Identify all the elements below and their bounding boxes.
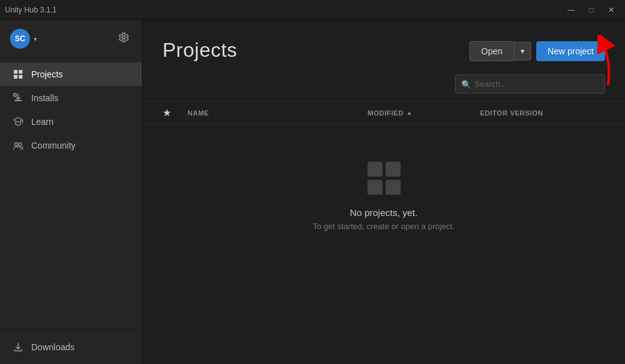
content-header: Projects Open ▾ New project xyxy=(142,20,625,74)
content-area: Projects Open ▾ New project xyxy=(142,20,625,364)
main-layout: SC ▾ xyxy=(0,20,625,364)
empty-state-subtitle: To get started, create or open a project… xyxy=(313,222,455,231)
empty-state-icon xyxy=(368,162,401,195)
table-header: ★ NAME MODIFIED ▲ EDITOR VERSION xyxy=(142,101,625,124)
header-actions: Open ▾ New project xyxy=(469,41,605,61)
projects-table: ★ NAME MODIFIED ▲ EDITOR VERSION No proj… xyxy=(142,101,625,364)
downloads-label: Downloads xyxy=(31,342,74,352)
settings-button[interactable] xyxy=(116,29,132,48)
grid-cell-3 xyxy=(368,180,382,195)
sidebar-footer: Downloads xyxy=(0,330,142,364)
sidebar-item-installs[interactable]: Installs xyxy=(0,86,142,110)
projects-label: Projects xyxy=(31,69,63,79)
community-icon xyxy=(12,140,24,151)
svg-point-6 xyxy=(15,143,18,146)
projects-icon xyxy=(12,69,24,80)
empty-state: No projects, yet. To get started, create… xyxy=(142,124,625,268)
svg-rect-3 xyxy=(19,75,22,79)
search-icon: 🔍 xyxy=(461,79,471,89)
grid-cell-2 xyxy=(386,162,401,177)
avatar-area: SC ▾ xyxy=(10,29,37,49)
minimize-button[interactable]: — xyxy=(562,3,580,17)
window-controls: — □ ✕ xyxy=(562,3,620,17)
avatar[interactable]: SC xyxy=(10,29,30,49)
new-project-button[interactable]: New project xyxy=(536,41,605,61)
avatar-dropdown-icon[interactable]: ▾ xyxy=(34,36,37,42)
modified-column-header: MODIFIED ▲ xyxy=(368,109,480,117)
editor-column-header: EDITOR VERSION xyxy=(480,109,605,117)
name-column-header: NAME xyxy=(188,109,368,117)
downloads-icon xyxy=(12,342,24,353)
grid-cell-1 xyxy=(368,162,382,177)
close-button[interactable]: ✕ xyxy=(602,3,620,17)
empty-state-title: No projects, yet. xyxy=(350,207,418,218)
community-label: Community xyxy=(31,140,76,150)
learn-icon xyxy=(12,116,24,127)
svg-rect-2 xyxy=(14,75,18,79)
sidebar-nav: Projects Installs xyxy=(0,57,142,330)
favorite-column-header: ★ xyxy=(162,107,188,119)
sidebar: SC ▾ xyxy=(0,20,142,364)
search-input[interactable] xyxy=(455,74,605,94)
sidebar-item-downloads[interactable]: Downloads xyxy=(0,330,142,364)
svg-point-7 xyxy=(19,143,22,146)
installs-label: Installs xyxy=(31,93,59,103)
sidebar-header: SC ▾ xyxy=(0,20,142,57)
page-title: Projects xyxy=(162,39,238,62)
gear-icon xyxy=(118,32,129,43)
sidebar-item-learn[interactable]: Learn xyxy=(0,110,142,134)
learn-label: Learn xyxy=(31,117,54,127)
maximize-button[interactable]: □ xyxy=(582,3,600,17)
sidebar-item-projects[interactable]: Projects xyxy=(0,62,142,86)
titlebar: Unity Hub 3.1.1 — □ ✕ xyxy=(0,0,625,20)
installs-icon xyxy=(12,92,24,104)
grid-cell-4 xyxy=(386,180,401,195)
search-area: 🔍 xyxy=(142,74,625,101)
open-button[interactable]: Open xyxy=(469,41,514,61)
star-icon: ★ xyxy=(162,107,171,118)
open-dropdown-button[interactable]: ▾ xyxy=(514,42,531,61)
search-box: 🔍 xyxy=(455,74,605,94)
sort-arrow-icon[interactable]: ▲ xyxy=(406,109,412,116)
sidebar-item-community[interactable]: Community xyxy=(0,134,142,157)
svg-rect-0 xyxy=(14,70,18,74)
svg-rect-1 xyxy=(19,70,22,74)
svg-rect-4 xyxy=(14,100,22,101)
app-title: Unity Hub 3.1.1 xyxy=(5,6,57,14)
